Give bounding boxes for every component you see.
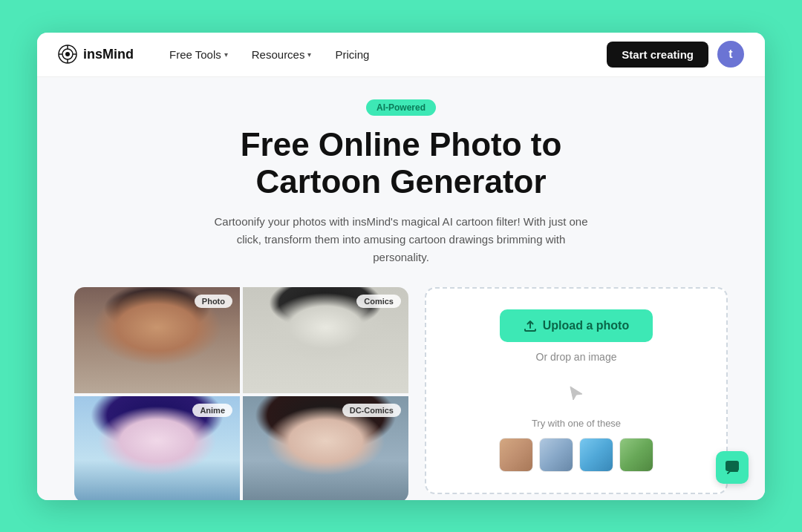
start-creating-button[interactable]: Start creating — [607, 42, 708, 68]
nav-item-free-tools[interactable]: Free Tools ▾ — [160, 44, 237, 65]
sample-images — [499, 438, 653, 472]
navbar: insMind Free Tools ▾ Resources ▾ Pricing… — [37, 33, 765, 77]
try-with-text: Try with one of these — [532, 418, 621, 429]
cursor-icon — [566, 384, 587, 404]
nav-right: Start creating t — [607, 41, 744, 68]
grid-cell-anime: Anime — [74, 396, 240, 500]
nav-item-pricing[interactable]: Pricing — [326, 44, 378, 65]
avatar[interactable]: t — [717, 41, 744, 68]
main-content: AI-Powered Free Online Photo to Cartoon … — [37, 77, 765, 500]
grid-cell-dccomics: DC-Comics — [243, 396, 408, 500]
cell-label-anime: Anime — [192, 404, 232, 417]
ai-badge: AI-Powered — [366, 99, 436, 116]
image-grid: Photo Comics Anime DC-Comics — [74, 287, 408, 500]
chevron-down-icon: ▾ — [307, 50, 311, 59]
grid-cell-photo: Photo — [74, 287, 240, 393]
sample-thumb-2[interactable] — [539, 438, 573, 472]
sample-thumb-3[interactable] — [579, 438, 613, 472]
logo[interactable]: insMind — [58, 45, 134, 64]
cell-label-comics: Comics — [356, 295, 401, 308]
chat-icon — [724, 459, 740, 476]
bottom-area: Photo Comics Anime DC-Comics — [37, 287, 765, 500]
nav-links: Free Tools ▾ Resources ▾ Pricing — [160, 44, 607, 65]
grid-cell-comics: Comics — [243, 287, 408, 393]
upload-button[interactable]: Upload a photo — [500, 309, 653, 342]
drop-text: Or drop an image — [536, 351, 617, 363]
sample-thumb-4[interactable] — [619, 438, 653, 472]
browser-window: insMind Free Tools ▾ Resources ▾ Pricing… — [37, 33, 765, 500]
cell-label-dccomics: DC-Comics — [342, 404, 401, 417]
nav-item-resources[interactable]: Resources ▾ — [243, 44, 321, 65]
svg-point-2 — [65, 52, 70, 56]
hero-subtitle: Cartoonify your photos with insMind's ma… — [208, 213, 594, 266]
chevron-down-icon: ▾ — [224, 50, 228, 59]
sample-thumb-1[interactable] — [499, 438, 533, 472]
upload-icon — [524, 319, 537, 332]
cell-label-photo: Photo — [195, 295, 232, 308]
logo-text: insMind — [83, 47, 134, 62]
upload-panel: Upload a photo Or drop an image Try with… — [425, 287, 728, 494]
svg-rect-7 — [726, 461, 739, 471]
chat-bubble-button[interactable] — [716, 451, 749, 484]
hero-section: AI-Powered Free Online Photo to Cartoon … — [208, 99, 594, 266]
logo-icon — [58, 45, 77, 64]
hero-title: Free Online Photo to Cartoon Generator — [208, 126, 594, 201]
